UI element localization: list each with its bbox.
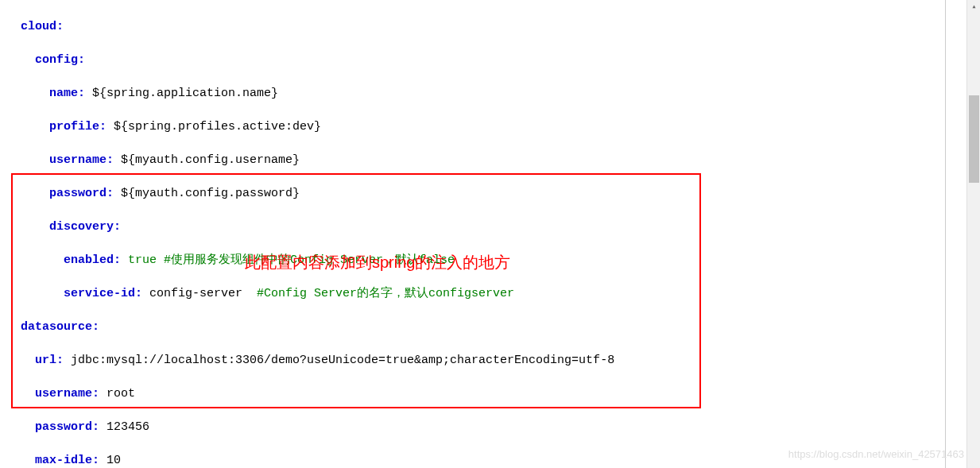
yaml-key: password: bbox=[49, 187, 114, 200]
yaml-key: url: bbox=[35, 354, 64, 367]
yaml-value: config-server bbox=[142, 287, 257, 300]
yaml-value: ${spring.application.name} bbox=[85, 87, 278, 100]
scrollbar-arrow-up-icon[interactable]: ▴ bbox=[967, 0, 980, 14]
yaml-key: service-id: bbox=[64, 287, 142, 300]
yaml-comment: #Config Server的名字，默认configserver bbox=[257, 287, 514, 300]
yaml-key: max-idle: bbox=[35, 454, 99, 467]
yaml-key: discovery: bbox=[49, 220, 121, 234]
yaml-value: jdbc:mysql://localhost:3306/demo?useUnic… bbox=[64, 354, 614, 367]
yaml-value: true bbox=[121, 253, 157, 267]
yaml-key: password: bbox=[35, 420, 99, 434]
scrollbar-vertical[interactable]: ▴ bbox=[966, 0, 980, 468]
scrollbar-thumb[interactable] bbox=[969, 95, 979, 183]
yaml-key: profile: bbox=[49, 120, 107, 133]
yaml-value: root bbox=[99, 387, 135, 400]
yaml-key: cloud: bbox=[21, 20, 64, 33]
yaml-value: ${spring.profiles.active:dev} bbox=[107, 120, 321, 133]
yaml-comment: #使用服务发现组件中的Config Server，默认false bbox=[157, 253, 455, 267]
yaml-value: ${myauth.config.username} bbox=[114, 153, 300, 167]
yaml-key: username: bbox=[35, 387, 99, 400]
yaml-key: username: bbox=[49, 153, 114, 167]
yaml-key: name: bbox=[49, 87, 85, 100]
code-editor: cloud: config: name: ${spring.applicatio… bbox=[0, 0, 946, 468]
yaml-value: 10 bbox=[99, 454, 121, 467]
yaml-key: datasource: bbox=[21, 320, 99, 334]
yaml-value: ${myauth.config.password} bbox=[114, 187, 300, 200]
yaml-value: 123456 bbox=[99, 420, 149, 434]
yaml-key: config: bbox=[35, 53, 85, 67]
yaml-key: enabled: bbox=[64, 253, 121, 267]
